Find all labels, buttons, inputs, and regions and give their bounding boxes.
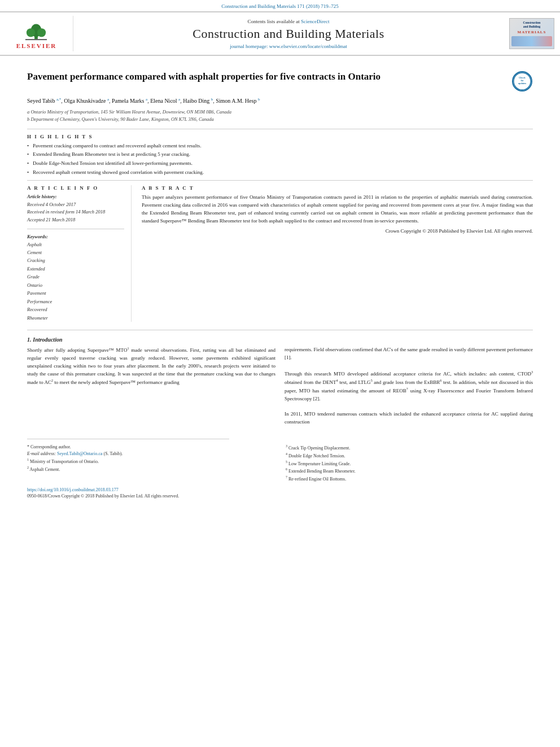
divider-3 bbox=[27, 330, 533, 330]
keyword-grade: Grade bbox=[27, 273, 124, 281]
main-content: Pavement performance compared with aspha… bbox=[0, 56, 560, 426]
check-for-updates-badge: Check for updates bbox=[511, 71, 533, 92]
footnotes-left: * Corresponding author. E-mail address: … bbox=[27, 444, 274, 482]
elsevier-tree-icon bbox=[19, 19, 53, 41]
abstract-label: A B S T R A C T bbox=[142, 185, 533, 191]
divider-1 bbox=[27, 129, 533, 129]
article-info-abstract-section: A R T I C L E I N F O Article history: R… bbox=[27, 185, 533, 322]
journal-header-center: Contents lists available at ScienceDirec… bbox=[73, 16, 504, 51]
keyword-cement: Cement bbox=[27, 248, 124, 256]
keywords-label: Keywords: bbox=[27, 234, 124, 239]
science-direct-link[interactable]: ScienceDirect bbox=[301, 19, 329, 24]
author-marks: Pamela Marks bbox=[112, 98, 145, 104]
received-date: Received 4 October 2017 bbox=[27, 201, 124, 209]
svg-text:Check: Check bbox=[519, 77, 526, 79]
svg-point-2 bbox=[27, 28, 35, 37]
footnote-6: 6 Extended Bending Beam Rheometer. bbox=[286, 467, 533, 475]
citation-text: Construction and Building Materials 171 … bbox=[221, 3, 338, 9]
footer-doi-area: https://doi.org/10.1016/j.conbuildmat.20… bbox=[27, 486, 533, 499]
intro-section-number: 1. bbox=[27, 337, 32, 343]
highlight-item: Recovered asphalt cement testing showed … bbox=[27, 169, 533, 176]
svg-text:for: for bbox=[521, 80, 524, 82]
affiliations: a Ontario Ministry of Transportation, 14… bbox=[27, 108, 533, 123]
footer-issn: 0950-0618/Crown Copyright © 2018 Publish… bbox=[27, 493, 179, 499]
journal-cover-subtitle: MATERIALS bbox=[518, 30, 546, 34]
accepted-date: Accepted 21 March 2018 bbox=[27, 216, 124, 224]
author-tabib: Seyed Tabib bbox=[27, 98, 55, 104]
highlight-item: Extended Bending Beam Rheometer test is … bbox=[27, 151, 533, 158]
journal-header: ELSEVIER Contents lists available at Sci… bbox=[0, 11, 560, 56]
keyword-extended: Extended bbox=[27, 265, 124, 273]
affiliation-a: a Ontario Ministry of Transportation, 14… bbox=[27, 108, 533, 116]
highlights-list: Pavement cracking compared to contract a… bbox=[27, 142, 533, 176]
affiliation-b: b Department of Chemistry, Queen's Unive… bbox=[27, 116, 533, 123]
divider-2 bbox=[27, 180, 533, 181]
divider-info bbox=[27, 229, 124, 229]
intro-text-left: Shortly after fully adopting Superpave™ … bbox=[27, 346, 275, 387]
elsevier-logo-section: ELSEVIER bbox=[0, 16, 73, 51]
intro-col-left: Shortly after fully adopting Superpave™ … bbox=[27, 346, 275, 426]
intro-section-title: 1. Introduction bbox=[27, 336, 533, 343]
footnote-5: 5 Low Temperature Limiting Grade. bbox=[286, 460, 533, 468]
science-direct-label: Contents lists available at ScienceDirec… bbox=[248, 19, 330, 24]
journal-cover-title: Constructionand Building bbox=[523, 21, 541, 29]
keyword-performance: Performance bbox=[27, 298, 124, 305]
keyword-pavement: Pavement bbox=[27, 289, 124, 297]
abstract-copyright: Crown Copyright © 2018 Published by Else… bbox=[142, 228, 533, 234]
journal-logo-right: Constructionand Building MATERIALS bbox=[504, 16, 560, 51]
history-label: Article history: bbox=[27, 194, 57, 199]
check-updates-icon: Check for updates bbox=[512, 71, 532, 91]
doi-link[interactable]: https://doi.org/10.1016/j.conbuildmat.20… bbox=[27, 487, 119, 492]
footnote-4: 4 Double Edge Notched Tension. bbox=[286, 452, 533, 460]
footnote-email: E-mail address: Seyed.Tabib@Ontario.ca (… bbox=[27, 451, 274, 457]
footnote-3: 3 Crack Tip Opening Displacement. bbox=[286, 444, 533, 452]
svg-rect-4 bbox=[25, 39, 47, 40]
keywords-section: Keywords: Asphalt Cement Cracking Extend… bbox=[27, 234, 124, 322]
article-title: Pavement performance compared with aspha… bbox=[27, 71, 505, 84]
article-history: Article history: Received 4 October 2017… bbox=[27, 193, 124, 224]
footnote-email-link[interactable]: Seyed.Tabib@Ontario.ca bbox=[57, 451, 103, 456]
abstract-text: This paper analyzes pavement performance… bbox=[142, 194, 533, 225]
intro-section-name: Introduction bbox=[33, 337, 62, 343]
page-footer: * Corresponding author. E-mail address: … bbox=[0, 432, 560, 500]
keyword-asphalt: Asphalt bbox=[27, 241, 124, 248]
article-info-label: A R T I C L E I N F O bbox=[27, 185, 124, 191]
article-info-column: A R T I C L E I N F O Article history: R… bbox=[27, 185, 132, 322]
author-hesp: Simon A.M. Hesp bbox=[216, 98, 256, 104]
svg-text:updates: updates bbox=[518, 82, 526, 85]
introduction-section: 1. Introduction Shortly after fully adop… bbox=[27, 336, 533, 426]
intro-text-right: requirements. Field observations confirm… bbox=[285, 346, 533, 426]
highlight-item: Double Edge-Notched Tension test identif… bbox=[27, 160, 533, 167]
article-title-section: Pavement performance compared with aspha… bbox=[27, 71, 533, 92]
elsevier-wordmark: ELSEVIER bbox=[16, 42, 57, 49]
footnote-2: 2 Asphalt Cement. bbox=[27, 465, 274, 473]
footer-divider bbox=[27, 439, 229, 439]
journal-name: Construction and Building Materials bbox=[193, 27, 384, 41]
highlights-section: H I G H L I G H T S Pavement cracking co… bbox=[27, 134, 533, 176]
author-khuskivadze: Olga Khuskivadze bbox=[64, 98, 106, 104]
highlight-item: Pavement cracking compared to contract a… bbox=[27, 142, 533, 150]
keyword-ontario: Ontario bbox=[27, 281, 124, 289]
footnotes-area: * Corresponding author. E-mail address: … bbox=[27, 444, 533, 482]
highlights-label: H I G H L I G H T S bbox=[27, 134, 533, 139]
intro-two-col: Shortly after fully adopting Superpave™ … bbox=[27, 346, 533, 426]
author-nicol: Elena Nicol bbox=[150, 98, 177, 104]
svg-point-3 bbox=[37, 28, 46, 37]
footnote-7: 7 Re-refined Engine Oil Bottoms. bbox=[286, 475, 533, 483]
intro-col-right: requirements. Field observations confirm… bbox=[285, 346, 533, 426]
revised-date: Received in revised form 14 March 2018 bbox=[27, 208, 124, 216]
elsevier-logo: ELSEVIER bbox=[16, 19, 57, 49]
keyword-cracking: Cracking bbox=[27, 256, 124, 264]
keyword-recovered: Recovered bbox=[27, 305, 124, 313]
citation-bar: Construction and Building Materials 171 … bbox=[0, 0, 560, 11]
journal-homepage: journal homepage: www.elsevier.com/locat… bbox=[230, 43, 347, 49]
keyword-rheometer: Rheometer bbox=[27, 314, 124, 322]
authors-line: Seyed Tabib a,*, Olga Khuskivadze a, Pam… bbox=[27, 97, 533, 106]
abstract-column: A B S T R A C T This paper analyzes pave… bbox=[142, 185, 533, 322]
footnote-corresponding: * Corresponding author. bbox=[27, 444, 274, 451]
footnote-1: 1 Ministry of Transportation of Ontario. bbox=[27, 457, 274, 465]
footnotes-right: 3 Crack Tip Opening Displacement. 4 Doub… bbox=[286, 444, 533, 482]
author-ding: Haibo Ding bbox=[183, 98, 209, 104]
journal-cover-icon: Constructionand Building MATERIALS bbox=[509, 18, 554, 49]
